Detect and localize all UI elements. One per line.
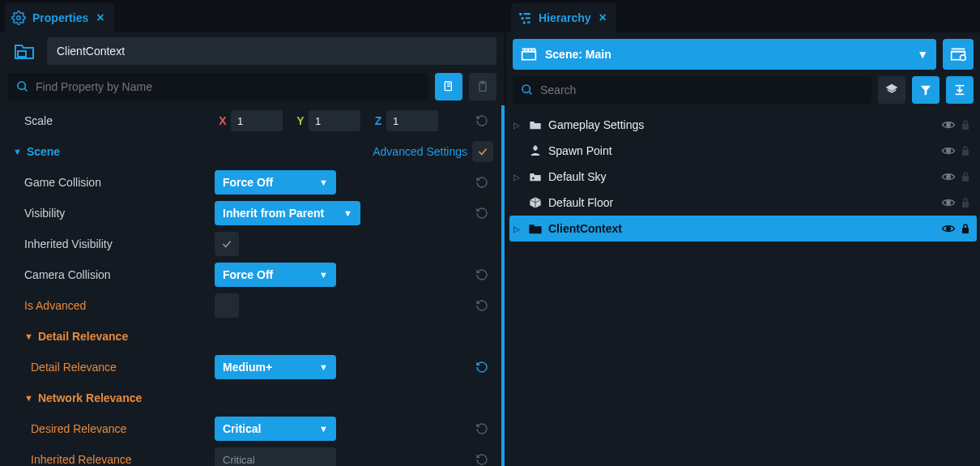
hierarchy-search-input[interactable] [540,83,863,96]
copy-button[interactable] [435,73,462,100]
scale-label: Scale [8,114,215,127]
inherited-relevance-reset[interactable] [471,453,493,466]
chevron-down-icon: ▼ [319,424,328,434]
svg-line-17 [529,92,531,94]
camera-collision-reset[interactable] [471,268,493,281]
tree-item-status [941,197,972,208]
expand-toggle[interactable]: ▷ [511,121,522,130]
property-search-row [0,70,505,105]
is-advanced-row: Is Advanced [6,290,495,321]
detail-relevance-section[interactable]: ▼ Detail Relevance [6,321,495,352]
lock-icon[interactable] [961,145,972,156]
tree-row[interactable]: ▷Default Sky [509,164,977,190]
svg-rect-1 [18,51,26,57]
scene-settings-button[interactable] [943,39,974,70]
hierarchy-search[interactable] [513,76,871,104]
object-icon [527,119,543,130]
detail-relevance-dropdown[interactable]: Medium+▼ [215,355,336,379]
properties-tab[interactable]: Properties × [5,3,114,32]
properties-list: Scale X 1 Y 1 Z 1 [0,105,505,466]
is-advanced-label: Is Advanced [8,299,215,312]
tree-row[interactable]: ▷Gameplay Settings [509,112,977,138]
tree-row[interactable]: Spawn Point [509,138,977,164]
scale-x-input[interactable]: 1 [231,110,283,131]
chevron-down-icon: ▼ [24,393,33,403]
visibility-icon[interactable] [941,223,956,234]
desired-relevance-dropdown[interactable]: Critical▼ [215,417,336,441]
lock-icon[interactable] [961,223,972,234]
visibility-reset[interactable] [471,207,493,220]
collapse-button[interactable] [946,76,974,104]
hierarchy-tab-label: Hierarchy [539,11,591,24]
tree-item-label: Default Floor [548,196,936,209]
sort-button[interactable] [878,76,905,104]
svg-rect-8 [524,13,530,15]
property-search[interactable] [8,73,428,100]
clapperboard-icon [521,47,537,62]
detail-relevance-row: Detail Relevance Medium+▼ [6,352,495,383]
object-name-field[interactable]: ClientContext [47,37,496,65]
advanced-settings-link[interactable]: Advanced Settings [373,145,467,158]
property-search-input[interactable] [36,80,420,93]
lock-icon[interactable] [961,119,972,130]
scale-y-input[interactable]: 1 [309,110,360,131]
scene-section-header[interactable]: ▼ Scene Advanced Settings [6,136,495,167]
svg-point-2 [18,82,25,89]
lock-icon[interactable] [961,197,972,208]
visibility-icon[interactable] [941,171,956,182]
desired-relevance-label: Desired Relevance [8,422,215,435]
hierarchy-icon [518,11,532,25]
tree-item-label: Default Sky [548,170,936,183]
tree-item-label: Gameplay Settings [548,118,936,131]
desired-relevance-reset[interactable] [471,422,493,435]
camera-collision-row: Camera Collision Force Off▼ [6,259,495,290]
inherited-relevance-row: Inherited Relevance Critical [6,444,495,466]
paste-button[interactable] [469,73,496,100]
scene-label: Scene: Main [545,48,611,61]
detail-relevance-section-title: Detail Relevance [38,330,128,343]
svg-rect-12 [527,22,530,24]
scale-z-input[interactable]: 1 [386,110,438,131]
hierarchy-search-row [506,73,980,109]
detail-relevance-reset[interactable] [471,361,493,374]
svg-point-29 [947,201,951,205]
visibility-icon[interactable] [941,119,956,130]
network-relevance-section[interactable]: ▼ Network Relevance [6,383,495,413]
is-advanced-reset[interactable] [471,299,493,312]
filter-button[interactable] [912,76,940,104]
visibility-dropdown[interactable]: Inherit from Parent▼ [215,201,360,225]
advanced-toggle[interactable] [472,141,493,162]
svg-point-24 [947,149,951,153]
svg-rect-7 [519,13,522,15]
close-icon[interactable]: × [96,11,104,25]
hierarchy-tabbar: Hierarchy × [506,0,980,32]
is-advanced-checkbox[interactable] [215,293,239,318]
svg-rect-22 [962,124,969,130]
expand-toggle[interactable]: ▷ [511,224,522,233]
camera-collision-dropdown[interactable]: Force Off▼ [215,263,336,287]
scene-selector-row: Scene: Main ▼ [506,32,980,73]
visibility-icon[interactable] [941,197,956,208]
tree-row[interactable]: Default Floor [509,190,977,216]
inherited-relevance-value: Critical [215,447,336,466]
scale-reset[interactable] [471,114,493,127]
axis-x-label: X [215,114,231,127]
close-icon[interactable]: × [599,11,607,25]
svg-rect-10 [526,17,530,19]
svg-point-32 [947,227,951,231]
properties-panel: Properties × ClientContext [0,0,506,466]
game-collision-dropdown[interactable]: Force Off▼ [215,170,336,195]
desired-relevance-row: Desired Relevance Critical▼ [6,413,495,444]
expand-toggle[interactable]: ▷ [511,173,522,182]
hierarchy-tab[interactable]: Hierarchy × [511,3,616,32]
svg-rect-28 [962,176,969,182]
lock-icon[interactable] [961,171,972,182]
scale-xyz: X 1 Y 1 Z 1 [215,110,448,131]
game-collision-reset[interactable] [471,176,493,189]
tree-row[interactable]: ▷ClientContext [509,216,977,242]
visibility-icon[interactable] [941,145,956,156]
properties-tabbar: Properties × [0,0,505,32]
scene-dropdown[interactable]: Scene: Main ▼ [513,39,936,70]
chevron-down-icon: ▼ [319,270,328,280]
object-name-text: ClientContext [57,45,125,58]
